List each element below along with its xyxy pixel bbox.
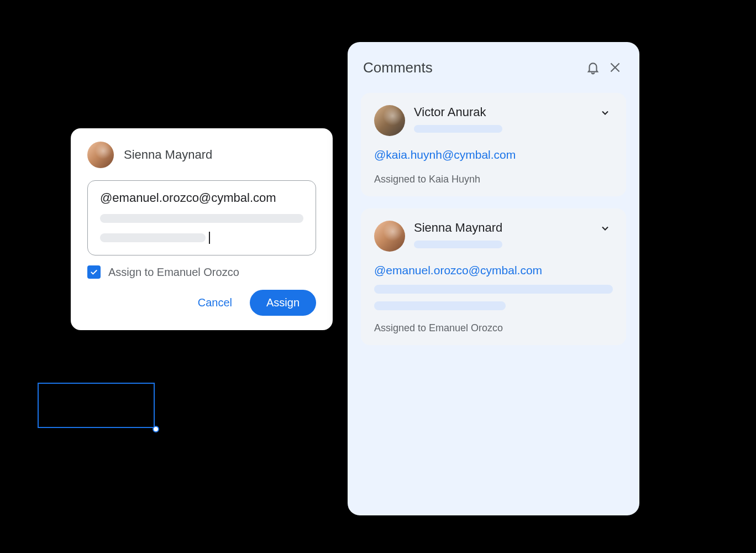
comment-mention-text: @emanuel.orozco@cymbal.com [100,191,303,205]
comment-mention-link[interactable]: @emanuel.orozco@cymbal.com [374,264,613,277]
cell-selection-handle[interactable] [153,426,159,432]
bell-icon [586,60,600,75]
comment-assigned-to: Assigned to Kaia Huynh [374,174,613,185]
avatar [87,142,114,168]
comment-assigned-to: Assigned to Emanuel Orozco [374,322,613,334]
comment-card[interactable]: Sienna Maynard @emanuel.orozco@cymbal.co… [361,208,626,345]
close-panel-button[interactable] [604,56,626,79]
comments-panel: Comments Victor Anurak [348,42,639,515]
comment-mention-link[interactable]: @kaia.huynh@cymbal.com [374,148,613,161]
assign-checkbox-label: Assign to Emanuel Orozco [108,266,239,279]
comment-card[interactable]: Victor Anurak @kaia.huynh@cymbal.com Ass… [361,93,626,196]
comment-author-name: Sienna Maynard [414,221,502,235]
assign-checkbox[interactable] [87,265,101,279]
avatar [374,221,405,252]
cancel-button[interactable]: Cancel [196,292,234,314]
check-icon [90,268,98,276]
placeholder-line [414,125,502,133]
placeholder-line [100,233,206,242]
chevron-down-icon [600,107,611,118]
comment-author-name: Victor Anurak [414,105,502,119]
placeholder-line [100,214,303,223]
cell-selection-outline [38,383,155,428]
chevron-down-icon [600,223,611,234]
assign-button[interactable]: Assign [250,290,316,316]
comment-author-name: Sienna Maynard [124,148,212,162]
avatar [374,105,405,136]
expand-comment-button[interactable] [597,221,613,236]
notifications-button[interactable] [582,56,604,79]
placeholder-line [374,285,613,294]
comment-input[interactable]: @emanuel.orozco@cymbal.com [87,180,316,255]
placeholder-line [414,241,502,248]
text-cursor [209,232,210,244]
comment-compose-card: Sienna Maynard @emanuel.orozco@cymbal.co… [71,128,333,330]
expand-comment-button[interactable] [597,105,613,121]
close-icon [608,60,622,75]
comments-panel-title: Comments [361,59,582,76]
placeholder-line [374,301,506,310]
